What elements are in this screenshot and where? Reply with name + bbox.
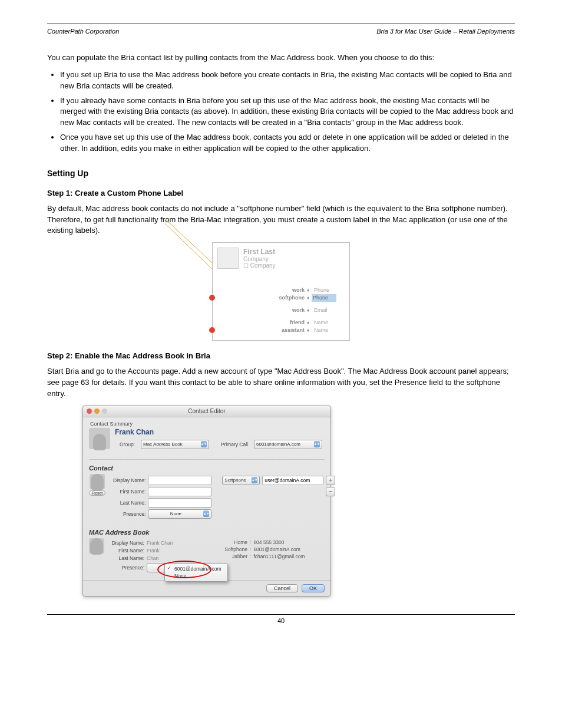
header-left: CounterPath Corporation [47, 28, 119, 35]
popup-option[interactable]: None [165, 572, 227, 579]
display-name-input[interactable] [148, 476, 211, 485]
bullet-1: If you set up Bria to use the Mac addres… [60, 70, 515, 92]
reset-button[interactable]: Reset [89, 490, 105, 496]
mac-entry-jabber: Jabber : fchan1111@gmail.com [215, 554, 325, 559]
mac-entry-home: Home : 604 555 3300 [215, 539, 325, 545]
first-name-label: First Name: [109, 489, 146, 495]
window-titlebar: Contact Editor [83, 406, 330, 417]
arrow-icon: ♦ [307, 286, 309, 294]
dropdown-arrow-icon: ▲▼ [203, 510, 209, 517]
bullet-2: If you already have some contacts in Bri… [60, 95, 515, 129]
contact-company: Company [243, 256, 276, 262]
group-select[interactable]: Mac Address Book ▲▼ [141, 440, 209, 449]
arrow-icon: ♦ [307, 327, 309, 334]
mac-display-name: Frank Chan [147, 540, 173, 546]
arrow-icon: ♦ [307, 307, 309, 314]
contact-editor-window: Contact Editor Contact Summary Frank Cha… [82, 406, 331, 597]
display-name-label: Display Name: [109, 477, 146, 483]
field-assistant[interactable]: assistant ♦ Name [217, 327, 345, 334]
contact-name: First Last [243, 248, 276, 256]
popup-option[interactable]: 6001@domainA.com [165, 565, 227, 572]
field-friend[interactable]: friend ♦ Name [217, 319, 345, 327]
contact-section-title: Contact [89, 465, 325, 472]
ok-button[interactable]: OK [302, 584, 325, 592]
presence-popup-menu[interactable]: 6001@domainA.com None [164, 563, 228, 582]
dropdown-arrow-icon: ▲▼ [252, 477, 257, 483]
company-checkbox[interactable]: ☐ Company [243, 262, 276, 269]
mac-last-name: Chan [147, 555, 158, 561]
window-title: Contact Editor [83, 408, 330, 414]
bullet-3: Once you have set up this use of the Mac… [60, 132, 515, 154]
mac-section-title: MAC Address Book [89, 529, 325, 536]
step2-title: Step 2: Enable the Mac Address Book in B… [47, 351, 515, 360]
remove-field-icon[interactable] [209, 327, 215, 333]
field-softphone[interactable]: softphone ♦ Phone [217, 294, 345, 302]
contact-name: Frank Chan [115, 428, 325, 436]
remove-method-button[interactable]: − [326, 487, 335, 496]
header-right: Bria 3 for Mac User Guide – Retail Deplo… [376, 28, 515, 35]
contact-summary-label: Contact Summary [90, 421, 325, 427]
step1-title: Step 1: Create a Custom Phone Label [47, 189, 515, 197]
address-book-card: First Last Company ☐ Company work ♦ Phon… [212, 242, 350, 341]
avatar-small [90, 474, 105, 489]
last-name-label: Last Name: [109, 500, 146, 506]
arrow-icon: ♦ [307, 294, 309, 302]
presence-label: Presence: [109, 511, 146, 517]
primary-call-select[interactable]: 6001@domainA.com ▲▼ [254, 440, 322, 449]
page-number: 40 [277, 617, 285, 624]
group-label: Group: [115, 442, 135, 447]
field-work-email[interactable]: work ♦ Email [217, 307, 345, 314]
add-method-button[interactable]: + [326, 476, 335, 485]
dropdown-arrow-icon: ▲▼ [314, 441, 320, 447]
presence-select[interactable]: None ▲▼ [148, 509, 211, 519]
setup-title: Setting Up [47, 169, 515, 178]
contact-photo-placeholder [217, 248, 239, 269]
arrow-icon: ♦ [307, 319, 309, 327]
mac-first-name: Frank [147, 548, 160, 554]
avatar [89, 428, 110, 449]
avatar-small [89, 538, 104, 554]
dropdown-arrow-icon: ▲▼ [201, 441, 207, 447]
last-name-input[interactable] [148, 498, 211, 508]
first-name-input[interactable] [148, 487, 211, 496]
mac-entry-softphone: Softphone : 6001@domainA.com [215, 546, 325, 552]
primary-call-label: Primary Call [215, 442, 248, 447]
intro-paragraph: You can populate the Bria contact list b… [47, 52, 515, 64]
field-work-phone[interactable]: work ♦ Phone [217, 286, 345, 294]
contact-method-type-select[interactable]: Softphone ▲▼ [222, 476, 260, 485]
cancel-button[interactable]: Cancel [266, 584, 298, 592]
step2-text: Start Bria and go to the Accounts page. … [47, 366, 515, 400]
remove-field-icon[interactable] [209, 295, 215, 301]
intro-bullets: If you set up Bria to use the Mac addres… [47, 70, 515, 154]
contact-method-input[interactable] [262, 476, 323, 485]
